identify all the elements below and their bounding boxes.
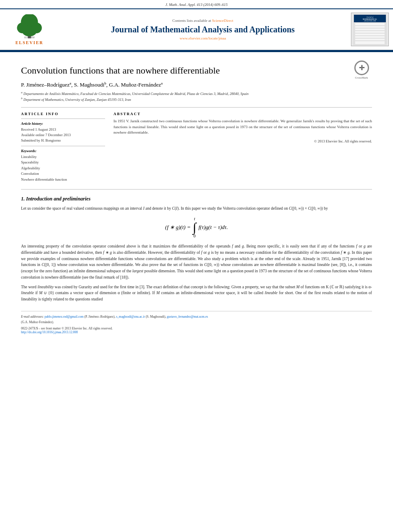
journal-title-section: Contents lists available at ScienceDirec… [59,18,347,40]
footer-area: E-mail addresses: pablo.jimenez.rod@gmai… [21,311,372,334]
copyright-line: © 2013 Elsevier Inc. All rights reserved… [113,139,372,143]
svg-rect-11 [355,23,385,44]
abstract-panel: ABSTRACT In 1951 V. Jarník constructed t… [113,112,372,182]
crossmark-icon: ✛ [354,61,369,75]
top-citation: J. Math. Anal. Appl. 413 (2014) 609–615 [0,0,393,8]
submitted-by: Submitted by H. Bongiorno [21,138,105,143]
formula-lhs: (f ∗ g)(t) = [165,224,191,231]
keyword-1: Lineability [21,154,105,160]
integral-lower: 0 [193,234,195,238]
article-title: Convolution functions that are nowhere d… [21,65,220,77]
title-row: Convolution functions that are nowhere d… [21,58,372,81]
section1-para1: Let us consider the space of real valued… [21,205,372,212]
info-divider-1 [21,119,105,119]
two-col-section: ARTICLE INFO Article history: Received 1… [21,112,372,182]
email-3[interactable]: gustavo_fernandez@mat.ucm.es [167,315,208,319]
contents-line: Contents lists available at ScienceDirec… [59,18,347,23]
authors: P. Jiménez–Rodrígueza, S. Maghsoudib, G.… [21,81,372,88]
keyword-3: Algebrability [21,166,105,171]
journal-name: Journal of Mathematical Analysis and App… [59,24,347,35]
crossmark[interactable]: ✛ CrossMark [351,61,372,79]
keyword-2: Spaceability [21,160,105,166]
journal-cover-svg: Journal of MATHEMATICAL ANALYSIS AND [353,14,387,45]
divider-1 [21,107,372,108]
elsevier-label: ELSEVIER [16,40,44,45]
history-label: Article history: [21,121,105,126]
integral-symbol: ∫ [193,221,196,234]
journal-citation: J. Math. Anal. Appl. 413 (2014) 609–615 [165,3,227,7]
email-line-2: (G.A. Muñoz-Fernández). [21,320,372,325]
keywords-list: Lineability Spaceability Algebrability C… [21,154,105,183]
main-content: Convolution functions that are nowhere d… [0,52,393,342]
formula-block: (f ∗ g)(t) = t ∫ 0 f(τ)g(t − τ)dτ. [21,216,372,238]
footer-issn: 0022-247X/$ – see front matter © 2013 El… [21,327,372,330]
elsevier-tree-icon: ELSEVIER [13,14,46,40]
article-info-title: ARTICLE INFO [21,112,105,116]
journal-header: ELSEVIER ELSEVIER Contents lists availab… [0,8,393,50]
section1-para3: The word lineability was coined by Gurar… [21,284,372,303]
svg-text:ELSEVIER: ELSEVIER [24,36,35,39]
abstract-text: In 1951 V. Jarník constructed two contin… [113,119,372,136]
journal-cover-image: Journal of MATHEMATICAL ANALYSIS AND [351,13,389,46]
article-info-panel: ARTICLE INFO Article history: Received 1… [21,112,105,182]
info-divider-2 [21,146,105,146]
sciencedirect-link[interactable]: ScienceDirect [212,18,233,23]
svg-text:ANALYSIS AND: ANALYSIS AND [364,20,376,22]
email-2[interactable]: s_maghsodi@znu.ac.ir [116,315,145,319]
crossmark-label: CrossMark [355,76,368,79]
formula-rhs: f(τ)g(t − τ)dτ. [198,224,228,231]
keywords-label: Keywords: [21,149,105,153]
section1-title: 1. Introduction and preliminaries [21,196,372,202]
affiliation-b: b Department of Mathematics, University … [21,97,372,103]
affiliation-a: a Departamento de Análisis Matemático, F… [21,91,372,97]
section1-para2: An interesting property of the convoluti… [21,243,372,280]
email-line: E-mail addresses: pablo.jimenez.rod@gmai… [21,315,372,319]
received-date: Received 1 August 2013 [21,127,105,132]
footer-doi: http://dx.doi.org/10.1016/j.jmaa.2013.12… [21,330,372,334]
page: J. Math. Anal. Appl. 413 (2014) 609–615 … [0,0,393,532]
divider-2 [21,189,372,190]
elsevier-logo: ELSEVIER ELSEVIER [4,14,55,45]
affiliations: a Departamento de Análisis Matemático, F… [21,91,372,102]
abstract-title: ABSTRACT [113,112,372,116]
svg-point-4 [22,27,36,36]
email-1[interactable]: pablo.jimenez.rod@gmail.com [45,315,84,319]
journal-url: www.elsevier.com/locate/jmaa [59,36,347,40]
keyword-5: Nowhere differentiable function [21,177,105,183]
available-date: Available online 7 December 2013 [21,132,105,138]
keyword-4: Convolution [21,171,105,177]
